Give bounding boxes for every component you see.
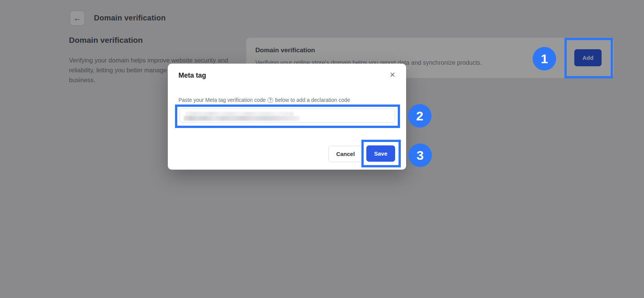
close-icon[interactable]: ✕: [389, 70, 396, 79]
step-badge-1: 1: [533, 47, 556, 70]
screen: ← Domain verification Domain verificatio…: [0, 0, 644, 298]
helper-text: Paste your Meta tag verification code ? …: [178, 97, 350, 103]
help-question-icon[interactable]: ?: [267, 97, 273, 103]
highlight-box-add: [564, 38, 613, 78]
step-badge-3: 3: [408, 144, 432, 167]
highlight-box-input: [175, 105, 400, 128]
helper-prefix: Paste your Meta tag verification code: [178, 97, 266, 103]
step-badge-2: 2: [408, 104, 431, 128]
helper-suffix: below to add a declaration code: [275, 97, 350, 103]
cancel-button[interactable]: Cancel: [328, 146, 363, 162]
modal-title: Meta tag: [178, 72, 206, 80]
highlight-box-save: [361, 140, 401, 167]
